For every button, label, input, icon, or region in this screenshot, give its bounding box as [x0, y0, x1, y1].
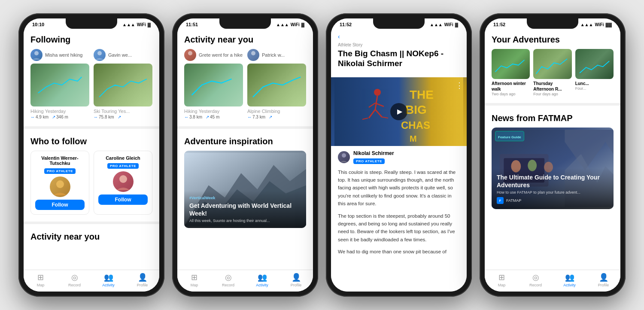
nav-record-label-1: Record [68, 283, 81, 287]
svg-text:THE: THE [410, 88, 434, 101]
user-patrick: Patrick w... [262, 52, 285, 58]
activity-card-2[interactable]: Gavin we... [94, 49, 152, 119]
avatar-gavin [94, 49, 106, 61]
profile-nav-icon-4: 👤 [599, 273, 608, 282]
near-type-grete: Hiking Yesterday [184, 109, 243, 114]
signal-icon-3: ▲▲▲ [430, 22, 443, 27]
adventure-card-1[interactable]: Afternoon winter walk Two days ago [492, 49, 530, 96]
near-card-grete[interactable]: Grete went for a hike [184, 49, 243, 119]
nav-activity-2[interactable]: 👥 Activity [245, 273, 279, 287]
inspiration-card[interactable]: #VerticalWeek Get Adventuring with World… [184, 151, 306, 228]
author-name: Nikolai Schirmer [353, 150, 394, 156]
status-icons-4: ▲▲▲ WiFi ▓▓ [580, 22, 612, 27]
nav-map-label-4: Map [498, 283, 506, 287]
adv-bg-2 [533, 49, 571, 79]
map-thumb-1 [30, 64, 89, 106]
profile-nav-icon-2: 👤 [292, 273, 301, 282]
adventure-card-3[interactable]: Lunc... Four... [575, 49, 614, 96]
nav-record-1[interactable]: ◎ Record [58, 273, 91, 287]
phone-1-notch [66, 18, 117, 29]
divider-2 [24, 222, 159, 224]
avatar-patrick [247, 49, 259, 61]
nav-map-2[interactable]: ⊞ Map [177, 273, 211, 287]
adventures-row: Afternoon winter walk Two days ago [485, 49, 620, 101]
nav-profile-label-4: Profile [598, 283, 609, 287]
phone-1-scroll[interactable]: Following Misha we [24, 29, 159, 270]
near-type-patrick: Alpine Climbing [247, 109, 306, 114]
nav-map-1[interactable]: ⊞ Map [24, 273, 58, 287]
nav-profile-2[interactable]: 👤 Profile [279, 273, 313, 287]
near-stats-patrick: ↔ 7.3 km ↗ [247, 115, 306, 119]
article-body: This couloir is steep. Really steep. I w… [331, 168, 467, 256]
adv-time-3: Four... [575, 86, 614, 91]
activity-stats-1: ↔ 4.9 km ↗ 346 m [30, 115, 89, 119]
phone-2-scroll[interactable]: Activity near you Grete went for a hike [177, 29, 313, 270]
insp-overlay: #VerticalWeek Get Adventuring with World… [184, 191, 306, 228]
news-author-row: F FATMAP [497, 197, 608, 204]
activity-meta-2: Ski Touring Yes... ↔ 75.8 km ↗ [94, 109, 152, 119]
map-thumb-2 [94, 64, 152, 106]
adventure-card-2[interactable]: Thursday Afternoon R... Four days ago [533, 49, 571, 96]
nav-record-label-2: Record [222, 283, 234, 287]
pro-badge-caroline: PRO ATHLETE [107, 163, 139, 169]
near-dist-grete: ↔ 3.8 km [184, 115, 202, 119]
activity-near-title-p1: Activity near you [24, 226, 159, 246]
nav-map-label-1: Map [37, 283, 45, 287]
status-icons-2: ▲▲▲ WiFi ▓ [276, 22, 304, 27]
phone-4: 11:52 ▲▲▲ WiFi ▓▓ Your Adventures [480, 13, 626, 297]
activity-card-1[interactable]: Misha went hiking [30, 49, 89, 119]
adv-time-2: Four days ago [533, 92, 571, 96]
follow-btn-valentin[interactable]: Follow [35, 200, 85, 210]
nav-map-4[interactable]: ⊞ Map [485, 273, 519, 287]
video-thumb[interactable]: THE BIG CHAS M ▶ ⋮ [331, 77, 467, 146]
stat-arrow-2: ↗ [118, 115, 121, 119]
play-icon: ▶ [397, 107, 402, 115]
phone-2-content: Activity near you Grete went for a hike [177, 29, 313, 292]
phone-4-notch [527, 18, 578, 29]
insp-title: Get Adventuring with World Vertical Week… [189, 202, 301, 217]
phone-4-content: Your Adventures Afternoon winter walk [485, 29, 620, 292]
nav-profile-4[interactable]: 👤 Profile [586, 273, 620, 287]
news-title: News from FATMAP [485, 107, 620, 128]
time-label-4: 11:52 [493, 22, 505, 27]
follow-card-caroline: Caroline Gleich PRO ATHLETE Follow [94, 151, 152, 215]
news-overlay: The Ultimate Guide to Creating Your Adve… [492, 168, 614, 209]
back-chevron: ‹ [338, 33, 340, 40]
phone-3-scroll[interactable]: ‹ Athlete Story The Big Chasm || NOKep6 … [331, 29, 467, 292]
phone-2-bottom-nav: ⊞ Map ◎ Record 👥 Activity 👤 Profile [177, 270, 313, 292]
news-article-title: The Ultimate Guide to Creating Your Adve… [497, 173, 608, 189]
nav-profile-1[interactable]: 👤 Profile [125, 273, 159, 287]
activity-type-1: Hiking Yesterday [30, 109, 89, 114]
phone-4-scroll[interactable]: Your Adventures Afternoon winter walk [485, 29, 620, 270]
back-btn[interactable]: ‹ [338, 33, 460, 40]
adv-bg-3 [575, 49, 614, 79]
stat-dist-1: ↔ 4.9 km [30, 115, 49, 119]
user-misha: Misha went hiking [45, 52, 82, 58]
user-gavin: Gavin we... [108, 52, 132, 58]
record-nav-icon-2: ◎ [225, 273, 232, 282]
following-row: Misha went hiking [24, 49, 159, 125]
article-category: Athlete Story [338, 43, 460, 47]
record-nav-icon-4: ◎ [532, 273, 539, 282]
news-tag: Feature Guide [498, 135, 521, 139]
nav-record-2[interactable]: ◎ Record [211, 273, 245, 287]
avatar-misha [30, 49, 43, 61]
nav-activity-4[interactable]: 👥 Activity [553, 273, 586, 287]
phones-container: 10:10 ▲▲▲ WiFi ▓ Following [18, 13, 626, 297]
near-dist-patrick: ↔ 7.3 km [247, 115, 265, 119]
nav-activity-1[interactable]: 👥 Activity [91, 273, 125, 287]
near-stats-grete: ↔ 3.8 km ↗ 45 m [184, 115, 243, 119]
play-button[interactable]: ▶ [390, 103, 407, 120]
news-card[interactable]: Feature Guide The Ultimate Guide to Crea… [492, 128, 614, 209]
adv-title-1: Afternoon winter walk [492, 81, 530, 92]
follow-btn-caroline[interactable]: Follow [98, 195, 148, 205]
nav-record-4[interactable]: ◎ Record [519, 273, 553, 287]
phone-1-content: Following Misha we [24, 29, 159, 292]
more-button[interactable]: ⋮ [456, 81, 463, 90]
svg-text:CHAS: CHAS [401, 119, 430, 131]
news-author-name: FATMAP [506, 198, 521, 203]
avatar-caroline [113, 171, 134, 192]
activity-nav-icon-2: 👥 [258, 273, 267, 282]
near-card-patrick[interactable]: Patrick w... [247, 49, 306, 119]
caroline-name: Caroline Gleich [106, 155, 140, 161]
